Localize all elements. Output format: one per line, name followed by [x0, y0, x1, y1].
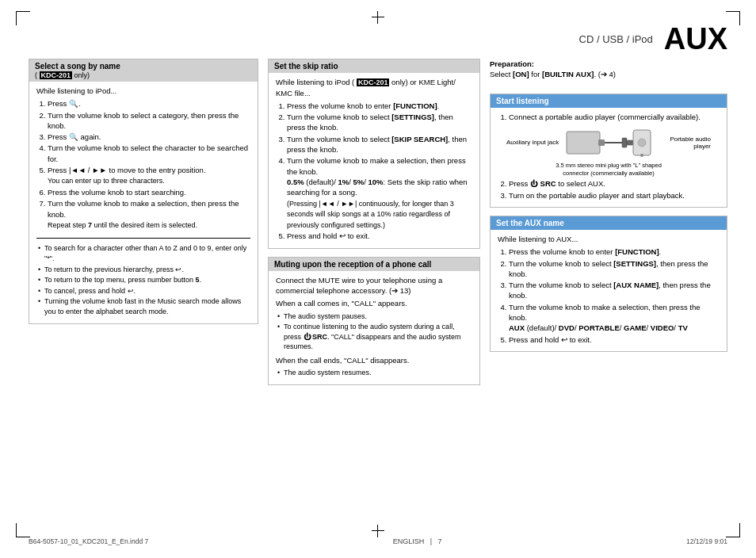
start-listening-steps: Connect a portable audio player (commerc… — [498, 112, 720, 122]
svg-rect-1 — [598, 140, 605, 146]
step-6: Press the volume knob to start searching… — [48, 187, 250, 197]
step-2: Turn the volume knob to select a categor… — [48, 110, 250, 132]
skip-ratio-title: Set the skip ratio — [274, 62, 338, 71]
muting-title-bg: Muting upon the reception of a phone cal… — [269, 258, 479, 271]
diagram-caption: 3.5 mm stereo mini plug with "L" shapedc… — [556, 162, 662, 178]
skip-step-2: Turn the volume knob to select [SETTINGS… — [287, 112, 472, 133]
center-cross-top — [372, 11, 384, 24]
aux-step-2: Turn the volume knob to select [SETTINGS… — [509, 258, 720, 280]
aux-diagram-svg — [565, 125, 652, 160]
muting-bullets1: The audio system pauses. To continue lis… — [276, 311, 472, 352]
corner-mark-tl — [16, 11, 30, 25]
step-4: Turn the volume knob to select the chara… — [48, 143, 250, 164]
bullet-list: To search for a character other than A t… — [36, 243, 250, 316]
start-listening-title-bg: Start listening — [491, 94, 727, 108]
step-5: Press |◄◄ / ►► to move to the entry posi… — [48, 165, 250, 186]
aux-name-steps: Press the volume knob to enter [FUNCTION… — [498, 247, 720, 345]
footer: B64-5057-10_01_KDC201_E_En.indd 7 ENGLIS… — [0, 537, 756, 545]
bullet-3: To return to the top menu, press number … — [36, 275, 250, 285]
kdc-highlight-left: KDC-201 — [40, 71, 73, 79]
muting-box: Muting upon the reception of a phone cal… — [268, 257, 480, 385]
start-step-1: Connect a portable audio player (commerc… — [509, 112, 720, 122]
start-listening-box: Start listening Connect a portable audio… — [490, 94, 727, 208]
footer-english: ENGLISH — [393, 537, 425, 545]
svg-point-6 — [638, 139, 646, 147]
jack-label: Auxiliary input jack — [506, 139, 562, 146]
footer-right: 12/12/19 9:01 — [686, 537, 727, 545]
bullet-2: To return to the previous hierarchy, pre… — [36, 265, 250, 275]
skip-ratio-intro: While listening to iPod ( KDC-201 only) … — [276, 77, 472, 98]
mid-column: Set the skip ratio While listening to iP… — [268, 59, 480, 522]
step-3: Press 🔍 again. — [48, 132, 250, 142]
skip-step-1: Press the volume knob to enter [FUNCTION… — [287, 101, 472, 111]
footer-left: B64-5057-10_01_KDC201_E_En.indd 7 — [29, 537, 148, 545]
select-song-title-bg: Select a song by name ( KDC-201 only) — [29, 59, 258, 82]
muting-title: Muting upon the reception of a phone cal… — [274, 260, 431, 269]
aux-step-4: Turn the volume knob to make a selection… — [509, 302, 720, 334]
aux-step-5: Press and hold ↩ to exit. — [509, 334, 720, 345]
svg-rect-4 — [627, 140, 633, 145]
muting-bullets2: The audio system resumes. — [276, 368, 472, 378]
svg-point-7 — [640, 154, 643, 157]
page: CD / USB / iPod AUX Select a song by nam… — [0, 0, 756, 558]
svg-rect-3 — [622, 138, 627, 147]
player-label: Portable audio player — [655, 136, 711, 150]
aux-step-1: Press the volume knob to enter [FUNCTION… — [509, 247, 720, 257]
bullet-4: To cancel, press and hold ↩. — [36, 286, 250, 296]
skip-ratio-steps: Press the volume knob to enter [FUNCTION… — [276, 101, 472, 242]
corner-mark-bl — [16, 523, 30, 537]
start-listening-steps-cont: Press ⏻ SRC to select AUX. Turn on the p… — [498, 178, 720, 201]
aux-diagram-row: Auxiliary input jack — [498, 125, 720, 160]
start-listening-title: Start listening — [496, 97, 549, 105]
header-aux: AUX — [664, 24, 727, 54]
aux-step-3: Turn the volume knob to select [AUX NAME… — [509, 280, 720, 301]
muting-body2: When a call comes in, "CALL" appears. — [276, 298, 472, 308]
aux-name-title-bg: Set the AUX name — [491, 216, 727, 230]
muting-body1: Connect the MUTE wire to your telephone … — [276, 275, 472, 296]
footer-center: ENGLISH | 7 — [393, 537, 442, 545]
select-song-title: Select a song by name — [35, 62, 120, 71]
right-column: Preparation: Select [ON] for [BUILTIN AU… — [490, 59, 727, 522]
bullet-5: Turning the volume knob fast in the Musi… — [36, 296, 250, 316]
svg-rect-0 — [567, 132, 600, 154]
footer-page-num: 7 — [438, 537, 442, 545]
aux-name-box: Set the AUX name While listening to AUX.… — [490, 216, 727, 352]
kdc-highlight-mid: KDC-201 — [357, 78, 390, 86]
aux-name-intro: While listening to AUX... — [498, 234, 720, 244]
skip-ratio-box: Set the skip ratio While listening to iP… — [268, 59, 480, 249]
header: CD / USB / iPod AUX — [29, 24, 727, 54]
select-song-steps: Press 🔍. Turn the volume knob to select … — [36, 98, 250, 230]
select-song-box: Select a song by name ( KDC-201 only) Wh… — [29, 59, 258, 324]
muting-bullet-3: The audio system resumes. — [276, 368, 472, 378]
preparation-section: Preparation: Select [ON] for [BUILTIN AU… — [490, 59, 727, 82]
corner-mark-tr — [726, 11, 740, 25]
aux-diagram: Auxiliary input jack — [498, 125, 720, 178]
skip-step-4: Turn the volume knob to make a selection… — [287, 155, 472, 230]
divider — [36, 238, 250, 239]
muting-bullet-2: To continue listening to the audio syste… — [276, 322, 472, 352]
muting-body3: When the call ends, "CALL" disappears. — [276, 355, 472, 365]
skip-step-3: Turn the volume knob to select [SKIP SEA… — [287, 134, 472, 155]
preparation-text: Preparation: Select [ON] for [BUILTIN AU… — [490, 59, 727, 80]
step-1: Press 🔍. — [48, 98, 250, 109]
bullet-1: To search for a character other than A t… — [36, 243, 250, 263]
center-cross-bottom — [372, 525, 384, 537]
skip-ratio-title-bg: Set the skip ratio — [269, 59, 479, 73]
start-step-3: Turn on the portable audio player and st… — [509, 190, 720, 201]
aux-name-title: Set the AUX name — [496, 219, 564, 227]
skip-step-5: Press and hold ↩ to exit. — [287, 231, 472, 241]
start-step-2: Press ⏻ SRC to select AUX. — [509, 178, 720, 189]
select-song-intro: While listening to iPod... — [36, 86, 250, 96]
step-7: Turn the volume knob to make a selection… — [48, 198, 250, 230]
main-layout: Select a song by name ( KDC-201 only) Wh… — [29, 59, 727, 522]
muting-bullet-1: The audio system pauses. — [276, 311, 472, 322]
header-cd-usb-ipod: CD / USB / iPod — [579, 33, 653, 45]
corner-mark-br — [726, 523, 740, 537]
left-column: Select a song by name ( KDC-201 only) Wh… — [29, 59, 258, 522]
